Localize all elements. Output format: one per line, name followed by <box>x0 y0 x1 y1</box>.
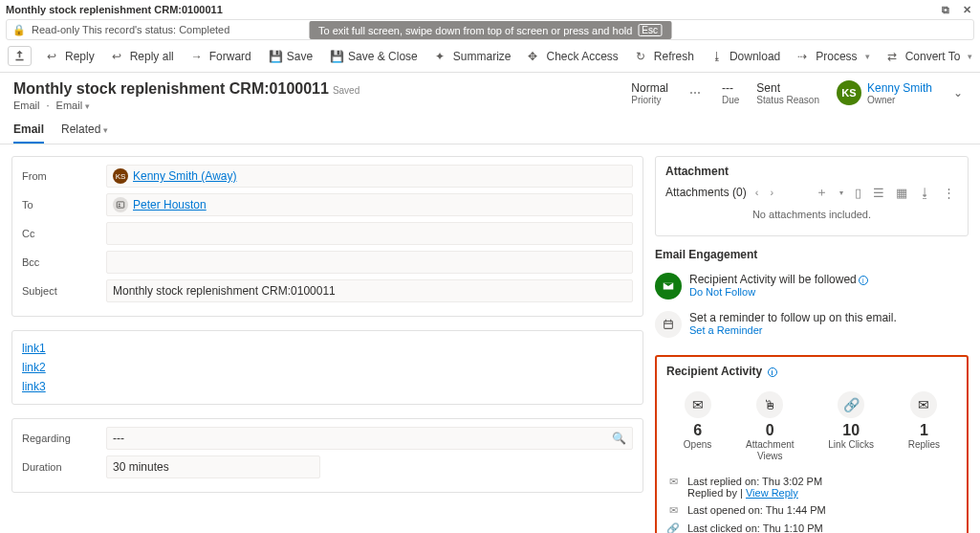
esc-key[interactable]: Esc <box>638 24 662 36</box>
from-label: From <box>22 170 106 182</box>
opened-icon: ✉ <box>666 504 680 517</box>
email-engagement-panel: Email Engagement Recipient Activity will… <box>655 248 969 344</box>
convert-to-button[interactable]: ⇄Convert To <box>880 46 980 67</box>
replied-by-text: Replied by | <box>687 487 746 499</box>
owner-field[interactable]: KS Kenny Smith Owner <box>837 80 932 105</box>
recipient-activity-panel: Recipient Activity i ✉ 6 Opens 🖱 0 Attac… <box>655 355 969 533</box>
opens-icon: ✉ <box>685 391 711 418</box>
save-button[interactable]: 💾Save <box>261 46 320 67</box>
attachment-panel: Attachment Attachments (0) ‹ › ＋ ▾ ▯ ☰ ▦… <box>655 156 969 236</box>
stat-opens: ✉ 6 Opens <box>684 391 711 462</box>
lock-icon: 🔒 <box>12 24 26 36</box>
attachment-more-button[interactable]: ⋮ <box>940 186 958 200</box>
check-access-button[interactable]: ✥Check Access <box>520 46 625 67</box>
duration-field[interactable]: 30 minutes <box>106 455 320 478</box>
from-field[interactable]: KSKenny Smith (Away) <box>106 165 633 188</box>
bcc-field[interactable] <box>106 251 633 274</box>
entity-selector[interactable]: Email <box>56 100 91 111</box>
fullscreen-banner: To exit full screen, swipe down from top… <box>309 21 671 39</box>
reminder-icon <box>655 311 682 338</box>
search-icon[interactable]: 🔍 <box>612 432 626 445</box>
regarding-label: Regarding <box>22 433 106 444</box>
priority-field: Normal Priority <box>631 81 668 105</box>
window-title: Monthly stock replenishment CRM:0100011 <box>6 4 223 15</box>
details-panel: Regarding --- 🔍 Duration 30 minutes <box>11 418 643 493</box>
stat-link-clicks: 🔗 10 Link Clicks <box>828 391 874 462</box>
subject-label: Subject <box>22 285 106 297</box>
bcc-label: Bcc <box>22 256 106 268</box>
attachment-grid-view-button[interactable]: ▦ <box>893 186 910 200</box>
email-body-panel: link1 link2 link3 <box>11 330 643 405</box>
regarding-field[interactable]: --- 🔍 <box>106 427 633 450</box>
to-label: To <box>22 199 106 211</box>
save-close-button[interactable]: 💾Save & Close <box>322 46 425 67</box>
reminder-text: Set a reminder to follow up on this emai… <box>689 311 897 324</box>
to-link[interactable]: Peter Houston <box>133 198 207 211</box>
svg-rect-0 <box>15 59 23 61</box>
stat-replies: ✉ 1 Replies <box>908 391 940 462</box>
view-reply-link[interactable]: View Reply <box>746 487 798 499</box>
tab-related[interactable]: Related <box>61 117 108 144</box>
forward-button[interactable]: →Forward <box>184 46 259 67</box>
attachment-prev-button[interactable]: ‹ <box>752 187 762 198</box>
last-opened-text: Last opened on: Thu 1:44 PM <box>687 504 826 516</box>
attachment-views-icon: 🖱 <box>756 391 783 418</box>
attachment-download-button[interactable]: ⭳ <box>916 186 934 200</box>
status-text: Read-only This record's status: Complete… <box>32 24 229 35</box>
record-title: Monthly stock replenishment CRM:0100011S… <box>13 80 359 98</box>
download-button[interactable]: ⭳Download <box>704 46 788 67</box>
header-expand-button[interactable]: ⌄ <box>949 86 967 100</box>
summarize-button[interactable]: ✦Summarize <box>427 46 519 67</box>
body-link-2[interactable]: link2 <box>22 358 633 377</box>
new-record-button[interactable] <box>8 46 32 66</box>
svg-rect-1 <box>117 202 124 208</box>
header-more-button[interactable]: ⋯ <box>686 86 705 100</box>
cc-label: Cc <box>22 228 106 239</box>
from-link[interactable]: Kenny Smith (Away) <box>133 169 237 183</box>
do-not-follow-link[interactable]: Do Not Follow <box>689 286 868 298</box>
tab-strip: Email Related <box>0 111 980 144</box>
refresh-button[interactable]: ↻Refresh <box>628 46 702 67</box>
popout-icon[interactable]: ⧉ <box>939 4 952 16</box>
activity-timeline: ✉ Last replied on: Thu 3:02 PM Replied b… <box>666 470 957 533</box>
attachment-list-view-button[interactable]: ☰ <box>870 186 887 200</box>
record-header: Monthly stock replenishment CRM:0100011S… <box>0 73 980 111</box>
attachment-title: Attachment <box>665 165 958 178</box>
reply-button[interactable]: ↩Reply <box>39 46 102 67</box>
cc-field[interactable] <box>106 222 633 245</box>
entity-label-1: Email <box>13 100 40 111</box>
recipient-activity-title: Recipient Activity <box>666 365 762 378</box>
to-field[interactable]: Peter Houston <box>106 193 633 216</box>
close-icon[interactable]: ✕ <box>960 4 974 16</box>
duration-label: Duration <box>22 461 106 473</box>
add-attachment-button[interactable]: ＋ <box>813 184 831 201</box>
contact-icon <box>113 197 128 212</box>
clicked-icon: 🔗 <box>666 522 680 533</box>
svg-rect-3 <box>664 322 673 329</box>
reply-icon: ✉ <box>666 476 680 488</box>
engagement-title: Email Engagement <box>655 248 969 261</box>
attachment-next-button[interactable]: › <box>767 187 776 198</box>
info-icon[interactable]: i <box>859 276 868 285</box>
reply-all-button[interactable]: ↩Reply all <box>104 46 182 67</box>
body-link-3[interactable]: link3 <box>22 377 633 396</box>
no-attachments-text: No attachments included. <box>665 201 958 228</box>
status-reason-field: Sent Status Reason <box>756 81 819 105</box>
body-link-1[interactable]: link1 <box>22 339 633 358</box>
set-reminder-link[interactable]: Set a Reminder <box>689 324 897 336</box>
last-replied-text: Last replied on: Thu 3:02 PM <box>687 476 822 487</box>
attachment-card-view-button[interactable]: ▯ <box>852 186 864 200</box>
owner-avatar: KS <box>837 80 861 105</box>
stat-attachment-views: 🖱 0 Attachment Views <box>746 391 795 462</box>
attachment-dropdown-button[interactable]: ▾ <box>837 189 846 197</box>
banner-text: To exit full screen, swipe down from top… <box>318 25 632 36</box>
command-bar: ↩Reply ↩Reply all →Forward 💾Save 💾Save &… <box>0 40 980 73</box>
email-fields-panel: From KSKenny Smith (Away) To Peter Houst… <box>11 156 643 317</box>
subject-field[interactable]: Monthly stock replenishment CRM:0100011 <box>106 279 633 302</box>
link-clicks-icon: 🔗 <box>838 391 864 418</box>
window-controls: ⧉ ✕ <box>939 4 974 16</box>
tab-email[interactable]: Email <box>13 117 44 144</box>
process-button[interactable]: ⇢Process <box>790 46 877 67</box>
replies-icon: ✉ <box>910 391 937 418</box>
info-icon[interactable]: i <box>768 367 777 377</box>
